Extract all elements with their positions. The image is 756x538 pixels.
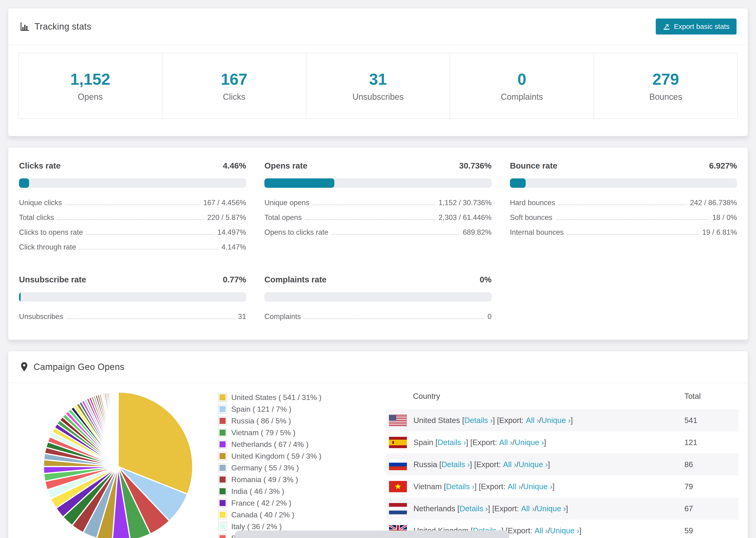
details-link[interactable]: Details › <box>464 416 493 425</box>
rate-value: 30.736% <box>459 161 491 170</box>
rate-detail-row: Clicks to opens rate14.497% <box>19 228 246 237</box>
export-all-link[interactable]: All › <box>508 482 521 491</box>
dotted-leader <box>58 214 204 220</box>
rate-detail-label: Soft bounces <box>510 213 553 222</box>
geo-table-row: Vietnam [Details ›] [Export: All › / Uni… <box>386 476 738 498</box>
progress-bar <box>510 178 737 188</box>
legend-item[interactable]: Vietnam ( 79 / 5% ) <box>218 428 351 437</box>
tracking-stats-header: Tracking stats Export basic stats <box>8 8 748 45</box>
legend-label: United Kingdom ( 59 / 3% ) <box>231 452 321 460</box>
slash-separator: / <box>548 526 550 535</box>
legend-item[interactable]: Canada ( 40 / 2% ) <box>218 510 351 519</box>
legend-item[interactable]: Spain ( 121 / 7% ) <box>218 405 351 413</box>
legend-item[interactable]: Netherlands ( 67 / 4% ) <box>218 440 351 449</box>
progress-bar-fill <box>19 292 21 301</box>
geo-section-title: Campaign Geo Opens <box>33 362 125 372</box>
legend-item[interactable]: Italy ( 36 / 2% ) <box>218 522 351 531</box>
legend-swatch <box>218 452 227 460</box>
rate-block-header: Opens rate30.736% <box>264 161 491 170</box>
rate-detail-row: Click through rate4.147% <box>19 243 246 251</box>
legend-label: Italy ( 36 / 2% ) <box>231 522 282 531</box>
progress-bar-fill <box>264 178 334 188</box>
flag-vn-icon <box>389 481 407 492</box>
progress-bar-fill <box>19 178 29 188</box>
geo-table: Country Total United States [Details ›] … <box>386 383 738 538</box>
rate-detail-value: 18 / 0% <box>712 213 737 222</box>
country-cell: Russia [Details ›] [Export: All › / Uniq… <box>386 459 684 470</box>
progress-bar-fill <box>510 178 526 188</box>
summary-stat-label: Bounces <box>649 92 682 102</box>
details-link[interactable]: Details › <box>441 460 470 469</box>
rate-detail-value: 689.82% <box>463 228 491 237</box>
export-all-link[interactable]: All › <box>534 526 548 535</box>
country-name: Vietnam <box>413 482 444 491</box>
export-all-link[interactable]: All › <box>526 416 539 425</box>
country-column-header: Country <box>386 392 684 401</box>
legend-swatch <box>218 405 227 413</box>
rate-detail-label: Unsubscribes <box>19 312 63 321</box>
rate-detail-rows: Unique clicks167 / 4.456%Total clicks220… <box>19 198 246 251</box>
legend-item[interactable]: United States ( 541 / 31% ) <box>218 393 351 402</box>
dotted-leader <box>332 229 460 235</box>
export-all-link[interactable]: All › <box>503 460 516 469</box>
flag-es-icon <box>389 437 407 448</box>
summary-stat-value: 31 <box>369 70 387 88</box>
rate-title: Opens rate <box>264 161 307 170</box>
export-unique-link[interactable]: Unique › <box>523 482 553 491</box>
legend-label: France ( 42 / 2% ) <box>231 499 291 508</box>
rate-block-header: Complaints rate0% <box>264 275 491 284</box>
rate-detail-row: Total opens2,303 / 61.446% <box>264 213 491 222</box>
geo-pie-chart[interactable] <box>38 387 198 538</box>
export-basic-stats-button[interactable]: Export basic stats <box>656 19 736 34</box>
rate-detail-label: Complaints <box>264 312 301 321</box>
rate-detail-value: 31 <box>238 312 246 321</box>
country-name: Spain <box>413 438 436 447</box>
bracket: ] <box>553 482 555 491</box>
export-unique-link[interactable]: Unique › <box>537 504 566 513</box>
export-unique-link[interactable]: Unique › <box>518 460 548 469</box>
rate-detail-row: Internal bounces19 / 6.81% <box>510 228 737 237</box>
rate-detail-row: Complaints0 <box>264 312 491 321</box>
legend-swatch <box>218 393 227 402</box>
rate-block-header: Clicks rate4.46% <box>19 161 246 170</box>
legend-item[interactable]: Romania ( 49 / 3% ) <box>218 475 351 484</box>
country-cell: Spain [Details ›] [Export: All › / Uniqu… <box>386 437 684 448</box>
export-all-link[interactable]: All › <box>521 504 535 513</box>
dotted-leader <box>559 199 687 205</box>
export-unique-link[interactable]: Unique › <box>514 438 544 447</box>
summary-stats-row: 1,152Opens167Clicks31Unsubscribes0Compla… <box>18 53 738 119</box>
export-unique-link[interactable]: Unique › <box>541 416 571 425</box>
legend-swatch <box>218 440 227 449</box>
legend-item[interactable]: France ( 42 / 2% ) <box>218 499 351 508</box>
slash-separator: / <box>539 416 541 425</box>
progress-bar <box>19 178 246 188</box>
legend-swatch <box>218 487 227 496</box>
summary-stat-label: Complaints <box>501 92 543 102</box>
rate-detail-value: 242 / 86.738% <box>690 198 737 207</box>
country-total: 121 <box>684 438 738 447</box>
details-link[interactable]: Details › <box>459 504 488 513</box>
details-link[interactable]: Details › <box>438 438 466 447</box>
export-all-link[interactable]: All › <box>499 438 513 447</box>
rate-detail-row: Opens to clicks rate689.82% <box>264 228 491 237</box>
export-unique-link[interactable]: Unique › <box>550 526 579 535</box>
rate-detail-value: 14.497% <box>217 228 246 237</box>
legend-item[interactable]: Germany ( 55 / 3% ) <box>218 463 351 472</box>
dotted-leader <box>304 313 484 319</box>
rate-detail-row: Total clicks220 / 5.87% <box>19 213 246 222</box>
rate-detail-value: 0 <box>487 312 491 321</box>
summary-stat-value: 167 <box>221 70 247 88</box>
legend-item[interactable]: Russia ( 86 / 5% ) <box>218 416 351 425</box>
details-link[interactable]: Details › <box>446 482 474 491</box>
horizontal-scrollbar-thumb[interactable] <box>235 530 510 538</box>
summary-stat: 167Clicks <box>162 53 306 119</box>
legend-item[interactable]: United Kingdom ( 59 / 3% ) <box>218 452 351 460</box>
bracket: [ <box>439 460 441 469</box>
bracket: ] [Export: <box>466 438 499 447</box>
country-total: 79 <box>684 482 738 491</box>
summary-stat: 0Complaints <box>450 53 594 119</box>
rate-title: Unsubscribe rate <box>19 275 86 284</box>
geo-legend: United States ( 541 / 31% )Spain ( 121 /… <box>218 393 351 538</box>
legend-item[interactable]: India ( 46 / 3% ) <box>218 487 351 496</box>
rate-detail-label: Clicks to opens rate <box>19 228 83 237</box>
